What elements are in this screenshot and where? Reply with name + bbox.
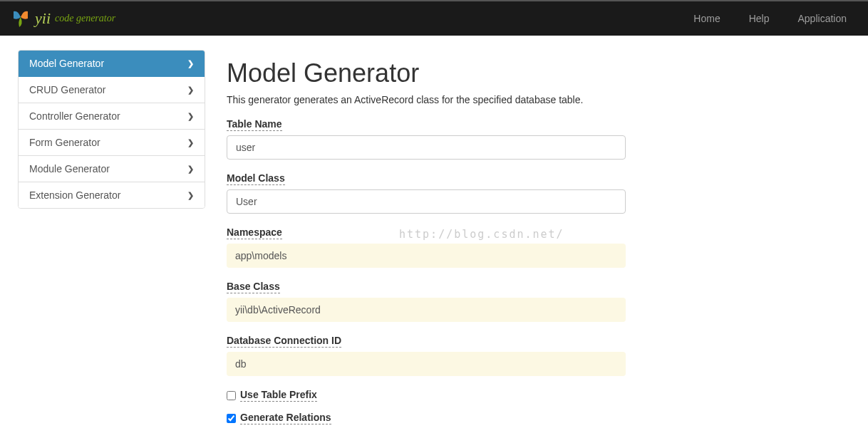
static-db-connection-id[interactable]: db [227, 352, 626, 376]
label-namespace: Namespace [227, 226, 282, 239]
sidebar-item-label: CRUD Generator [29, 84, 105, 95]
page-description: This generator generates an ActiveRecord… [227, 94, 626, 105]
nav-links: Home Help Application [683, 2, 857, 35]
chevron-right-icon: ❯ [187, 59, 194, 68]
checkbox-generate-relations[interactable] [227, 414, 236, 423]
brand-tagline: code generator [55, 13, 115, 24]
chevron-right-icon: ❯ [187, 138, 194, 147]
static-namespace[interactable]: app\models [227, 244, 626, 268]
static-base-class[interactable]: yii\db\ActiveRecord [227, 298, 626, 322]
page-title: Model Generator [227, 58, 626, 88]
field-model-class: Model Class [227, 172, 626, 214]
checkbox-use-table-prefix[interactable] [227, 391, 236, 400]
field-generate-relations: Generate Relations [227, 412, 626, 424]
generator-list: Model Generator ❯ CRUD Generator ❯ Contr… [18, 50, 205, 209]
navbar: yii code generator Home Help Application [0, 0, 868, 36]
sidebar-item-model-generator[interactable]: Model Generator ❯ [19, 51, 205, 77]
sidebar-item-label: Controller Generator [29, 110, 120, 122]
brand-name: yii [35, 9, 51, 28]
chevron-right-icon: ❯ [187, 191, 194, 200]
field-db-connection-id: Database Connection ID db [227, 335, 626, 376]
nav-help[interactable]: Help [738, 2, 780, 35]
label-table-name: Table Name [227, 118, 282, 131]
chevron-right-icon: ❯ [187, 112, 194, 121]
sidebar-item-extension-generator[interactable]: Extension Generator ❯ [19, 182, 205, 208]
nav-application[interactable]: Application [787, 2, 858, 35]
sidebar-item-label: Model Generator [29, 58, 104, 69]
brand-logo[interactable]: yii code generator [11, 9, 115, 28]
field-namespace: Namespace app\models [227, 226, 626, 268]
main-container: Model Generator ❯ CRUD Generator ❯ Contr… [0, 36, 868, 443]
input-table-name[interactable] [227, 135, 626, 160]
label-base-class: Base Class [227, 281, 280, 293]
chevron-right-icon: ❯ [187, 85, 194, 95]
field-base-class: Base Class yii\db\ActiveRecord [227, 281, 626, 322]
input-model-class[interactable] [227, 189, 626, 214]
sidebar-item-label: Extension Generator [29, 189, 120, 201]
sidebar-item-label: Module Generator [29, 163, 110, 174]
field-use-table-prefix: Use Table Prefix [227, 389, 626, 402]
label-generate-relations: Generate Relations [240, 412, 331, 424]
label-use-table-prefix: Use Table Prefix [240, 389, 317, 402]
sidebar-item-form-generator[interactable]: Form Generator ❯ [19, 130, 205, 156]
chevron-right-icon: ❯ [187, 165, 194, 174]
field-table-name: Table Name [227, 118, 626, 160]
main-content: Model Generator This generator generates… [227, 50, 626, 434]
sidebar-item-controller-generator[interactable]: Controller Generator ❯ [19, 103, 205, 130]
sidebar-item-label: Form Generator [29, 137, 100, 148]
label-db-connection-id: Database Connection ID [227, 335, 341, 348]
sidebar-item-module-generator[interactable]: Module Generator ❯ [19, 156, 205, 182]
nav-home[interactable]: Home [683, 2, 730, 35]
yii-logo-icon [11, 9, 31, 28]
sidebar-item-crud-generator[interactable]: CRUD Generator ❯ [19, 77, 205, 103]
label-model-class: Model Class [227, 172, 285, 185]
sidebar: Model Generator ❯ CRUD Generator ❯ Contr… [18, 50, 205, 434]
